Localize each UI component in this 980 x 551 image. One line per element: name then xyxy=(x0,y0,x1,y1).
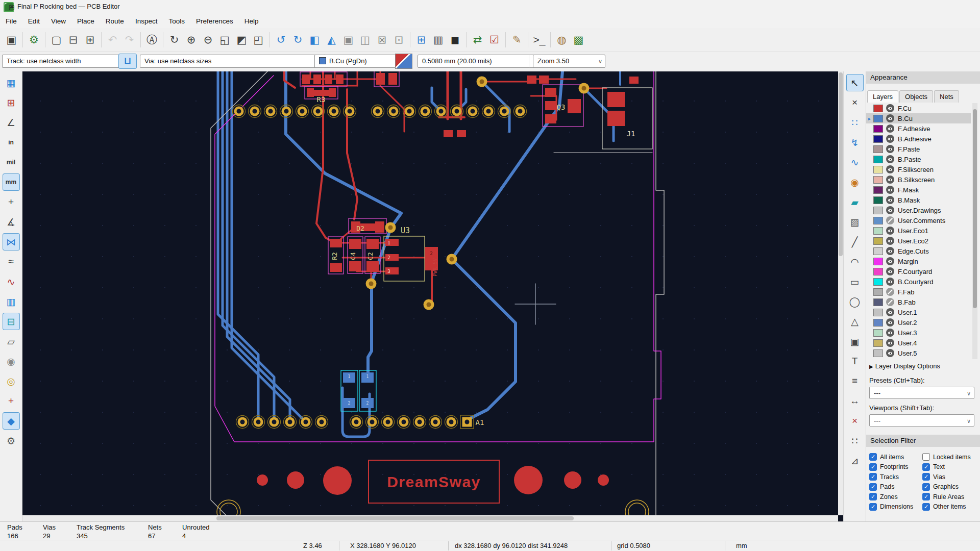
layer-row-Margin[interactable]: ▸ Margin xyxy=(866,256,971,266)
layer-visibility-eye-icon[interactable] xyxy=(886,298,894,306)
layer-visibility-eye-icon[interactable] xyxy=(886,176,894,184)
layer-row-User.5[interactable]: ▸ User.5 xyxy=(866,348,971,358)
right-tool-rule-area[interactable]: ▨ xyxy=(847,214,863,230)
left-tool-show-zones[interactable]: ◆ xyxy=(3,413,19,429)
layer-display-options[interactable]: ▶Layer Display Options xyxy=(869,362,940,370)
layer-visibility-eye-icon[interactable] xyxy=(886,206,894,214)
checkbox[interactable] xyxy=(869,493,877,500)
toolbar-find[interactable]: Ⓐ xyxy=(143,31,160,48)
layer-color-swatch[interactable] xyxy=(873,145,883,153)
layer-color-swatch[interactable] xyxy=(873,278,883,286)
layer-row-B.Mask[interactable]: ▸ B.Mask xyxy=(866,195,971,205)
menu-Inspect[interactable]: Inspect xyxy=(130,14,163,28)
layer-pair-indicator[interactable] xyxy=(395,54,412,69)
checkbox[interactable] xyxy=(922,463,930,471)
layer-row-B.Cu[interactable]: ▸ B.Cu xyxy=(866,113,971,123)
right-tool-place-textbox[interactable]: ≡ xyxy=(847,373,863,389)
scrollbar-thumb[interactable] xyxy=(216,516,574,520)
zoom-select[interactable]: Zoom 3.50 ∨ xyxy=(533,55,605,68)
right-tool-delete-tool[interactable]: × xyxy=(847,413,863,429)
right-tool-draw-arc[interactable]: ◠ xyxy=(847,254,863,270)
right-tool-place-image[interactable]: ▣ xyxy=(847,333,863,349)
menu-Edit[interactable]: Edit xyxy=(22,14,45,28)
toolbar-lock[interactable]: ⊠ xyxy=(374,31,390,48)
right-tool-draw-circle[interactable]: ◯ xyxy=(847,293,863,310)
layer-visibility-eye-icon[interactable] xyxy=(886,288,894,296)
toolbar-footprint-check[interactable]: ◍ xyxy=(553,31,570,48)
right-tool-route-tracks[interactable]: ↯ xyxy=(847,134,863,151)
right-tool-measure-tool[interactable]: ⊿ xyxy=(847,453,863,469)
left-tool-cursor-shape[interactable]: + xyxy=(3,194,19,210)
right-tool-grid-origin[interactable]: ∷ xyxy=(847,433,863,449)
toolbar-ungroup[interactable]: ◫ xyxy=(357,31,374,48)
layer-visibility-eye-icon[interactable] xyxy=(886,257,894,265)
left-tool-net-color-mode[interactable]: ▥ xyxy=(3,293,19,310)
toolbar-rotate-ccw[interactable]: ↺ xyxy=(273,31,289,48)
tab-nets[interactable]: Nets xyxy=(934,90,959,103)
checkbox[interactable] xyxy=(869,483,877,491)
checkbox[interactable] xyxy=(922,503,930,511)
layer-visibility-eye-icon[interactable] xyxy=(886,165,894,173)
layer-visibility-eye-icon[interactable] xyxy=(886,308,894,316)
toolbar-library-browser[interactable]: ▥ xyxy=(430,31,447,48)
tab-objects[interactable]: Objects xyxy=(899,90,933,103)
toolbar-mirror-vertical[interactable]: ◭ xyxy=(323,31,340,48)
toolbar-unlock[interactable]: ⊡ xyxy=(390,31,407,48)
layer-visibility-eye-icon[interactable] xyxy=(886,135,894,143)
left-tool-free-angle-mode[interactable]: ∡ xyxy=(3,214,19,230)
layer-row-User.Comments[interactable]: ▸ User.Comments xyxy=(866,215,971,226)
auto-track-width-toggle[interactable]: ⊔ xyxy=(118,54,137,69)
layer-visibility-eye-icon[interactable] xyxy=(886,227,894,235)
checkbox[interactable] xyxy=(922,453,930,461)
layer-color-swatch[interactable] xyxy=(873,237,883,245)
toolbar-zoom-out[interactable]: ⊖ xyxy=(200,31,216,48)
layer-color-swatch[interactable] xyxy=(873,309,883,316)
left-tool-show-tracks[interactable]: + xyxy=(3,393,19,409)
layer-color-swatch[interactable] xyxy=(873,319,883,327)
left-tool-show-pads[interactable]: ◉ xyxy=(3,353,19,369)
toolbar-save[interactable]: ▣ xyxy=(3,31,20,48)
layer-visibility-eye-icon[interactable] xyxy=(886,247,894,255)
menu-Tools[interactable]: Tools xyxy=(163,14,190,28)
right-tool-tune-length[interactable]: ∿ xyxy=(847,154,863,170)
layer-visibility-eye-icon[interactable] xyxy=(886,114,894,122)
menu-Route[interactable]: Route xyxy=(100,14,130,28)
layer-visibility-eye-icon[interactable] xyxy=(886,237,894,245)
layer-color-swatch[interactable] xyxy=(873,288,883,296)
layers-scrollbar[interactable] xyxy=(972,103,977,359)
toolbar-group[interactable]: ▣ xyxy=(340,31,357,48)
layer-visibility-eye-icon[interactable] xyxy=(886,318,894,327)
layer-row-B.Paste[interactable]: ▸ B.Paste xyxy=(866,154,971,164)
right-tool-dimensions[interactable]: ↔ xyxy=(847,393,863,409)
toolbar-zoom-in[interactable]: ⊕ xyxy=(183,31,200,48)
layer-row-B.Silkscreen[interactable]: ▸ B.Silkscreen xyxy=(866,174,971,185)
toolbar-mirror-horizontal[interactable]: ◧ xyxy=(306,31,323,48)
layer-color-swatch[interactable] xyxy=(873,176,883,184)
toolbar-zoom-objects[interactable]: ◩ xyxy=(233,31,250,48)
layer-visibility-eye-icon[interactable] xyxy=(886,186,894,194)
right-tool-draw-polygon[interactable]: △ xyxy=(847,313,863,330)
tab-layers[interactable]: Layers xyxy=(867,90,898,103)
toolbar-footprint-editor[interactable]: ✎ xyxy=(508,31,525,48)
toolbar-plot[interactable]: ⊞ xyxy=(82,31,99,48)
layer-color-swatch[interactable] xyxy=(873,125,883,133)
layer-visibility-eye-icon[interactable] xyxy=(886,124,894,133)
toolbar-undo[interactable]: ↶ xyxy=(104,31,121,48)
toolbar-print[interactable]: ⊟ xyxy=(65,31,82,48)
window-button-close[interactable]: × xyxy=(0,0,23,14)
track-width-select[interactable]: Track: use netclass width ∨ xyxy=(2,55,131,68)
menu-File[interactable]: File xyxy=(0,14,22,28)
right-tool-place-text[interactable]: T xyxy=(847,353,863,369)
toolbar-drc[interactable]: ☑ xyxy=(486,31,503,48)
toolbar-swap-layers[interactable]: ▩ xyxy=(570,31,587,48)
checkbox[interactable] xyxy=(922,493,930,500)
toolbar-page-settings[interactable]: ▢ xyxy=(48,31,65,48)
layer-visibility-eye-icon[interactable] xyxy=(886,339,894,347)
checkbox[interactable] xyxy=(869,453,877,461)
layer-visibility-eye-icon[interactable] xyxy=(886,216,894,224)
layer-row-F.Adhesive[interactable]: ▸ F.Adhesive xyxy=(866,123,971,134)
left-tool-high-contrast-mode[interactable]: ⊟ xyxy=(3,313,19,330)
toolbar-3d-viewer[interactable]: ◼ xyxy=(447,31,463,48)
layer-visibility-eye-icon[interactable] xyxy=(886,329,894,337)
layer-color-swatch[interactable] xyxy=(873,156,883,163)
